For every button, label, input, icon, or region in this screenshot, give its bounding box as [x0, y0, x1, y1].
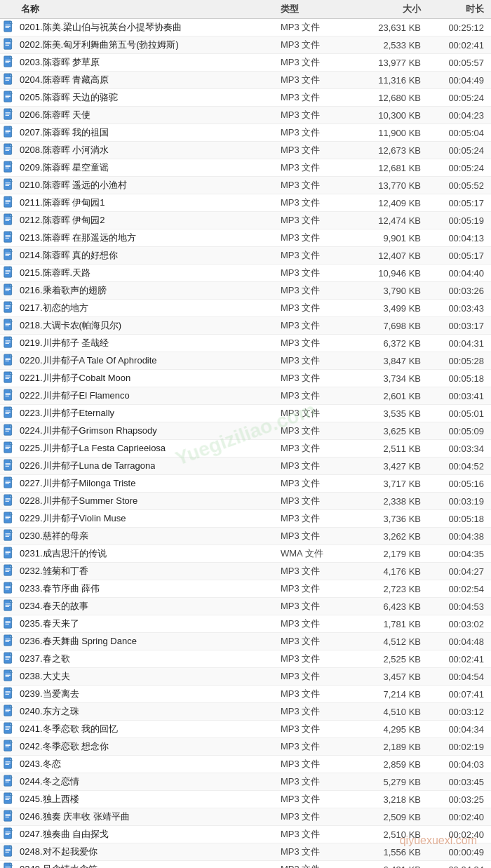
table-row[interactable]: 0206.陈蓉晖 天使 MP3 文件 10,300 KB 00:04:23	[0, 107, 491, 124]
table-row[interactable]: 0229.川井郁子Violin Muse MP3 文件 3,736 KB 00:…	[0, 510, 491, 528]
table-row[interactable]: 0208.陈蓉晖 小河淌水 MP3 文件 12,673 KB 00:05:24	[0, 142, 491, 159]
filename: 0213.陈蓉晖 在那遥远的地方	[20, 232, 136, 244]
table-row[interactable]: 0228.川井郁子Summer Store MP3 文件 2,338 KB 00…	[0, 493, 491, 510]
table-row[interactable]: 0221.川井郁子Cobalt Moon MP3 文件 3,734 KB 00:…	[0, 370, 491, 387]
table-row[interactable]: 0249.风含情水含笑 MP3 文件 6,431 KB 00:04:34	[0, 861, 491, 868]
cell-type: MP3 文件	[281, 389, 351, 402]
cell-type: MP3 文件	[281, 74, 351, 86]
table-row[interactable]: 0240.东方之珠 MP3 文件 4,510 KB 00:03:12	[0, 703, 491, 721]
cell-name: 0224.川井郁子Grimson Rhapsody	[0, 424, 281, 438]
cell-duration: 00:05:18	[428, 373, 491, 384]
cell-name: 0239.当爱离去	[0, 687, 281, 701]
table-row[interactable]: 0201.陈美.梁山伯与祝英台小提琴协奏曲 MP3 文件 23,631 KB 0…	[0, 19, 491, 36]
table-row[interactable]: 0219.川井郁子 圣哉经 MP3 文件 6,372 KB 00:04:31	[0, 335, 491, 352]
file-icon	[3, 319, 17, 333]
table-row[interactable]: 0246.独奏 庆丰收 张靖平曲 MP3 文件 2,509 KB 00:02:4…	[0, 808, 491, 826]
cell-size: 5,279 KB	[351, 777, 428, 787]
cell-duration: 00:02:41	[428, 40, 491, 51]
cell-duration: 00:02:40	[428, 812, 491, 822]
table-row[interactable]: 0205.陈蓉晖 天边的骆驼 MP3 文件 12,680 KB 00:05:24	[0, 89, 491, 107]
table-row[interactable]: 0218.大调卡农(帕海贝尔) MP3 文件 7,698 KB 00:03:17	[0, 317, 491, 335]
table-row[interactable]: 0234.春天的故事 MP3 文件 6,423 KB 00:04:53	[0, 598, 491, 615]
table-row[interactable]: 0247.独奏曲 自由探戈 MP3 文件 2,510 KB 00:02:40	[0, 826, 491, 843]
table-row[interactable]: 0209.陈蓉晖 星空童谣 MP3 文件 12,681 KB 00:05:24	[0, 159, 491, 177]
table-row[interactable]: 0222.川井郁子El Flamenco MP3 文件 2,601 KB 00:…	[0, 387, 491, 405]
filename: 0221.川井郁子Cobalt Moon	[20, 372, 130, 385]
table-row[interactable]: 0239.当爱离去 MP3 文件 7,214 KB 00:07:41	[0, 686, 491, 703]
table-row[interactable]: 0238.大丈夫 MP3 文件 3,457 KB 00:04:54	[0, 668, 491, 686]
file-icon	[3, 161, 17, 175]
cell-size: 4,176 KB	[351, 566, 428, 577]
file-icon	[3, 599, 17, 613]
file-icon	[3, 669, 17, 683]
table-row[interactable]: 0235.春天来了 MP3 文件 1,781 KB 00:03:02	[0, 615, 491, 633]
table-row[interactable]: 0220.川井郁子A Tale Of Aphrodite MP3 文件 3,84…	[0, 352, 491, 370]
table-row[interactable]: 0223.川井郁子Eternally MP3 文件 3,535 KB 00:05…	[0, 405, 491, 422]
table-row[interactable]: 0203.陈蓉晖 梦草原 MP3 文件 13,977 KB 00:05:57	[0, 54, 491, 72]
table-row[interactable]: 0225.川井郁子La Festa Caprieeiosa MP3 文件 2,5…	[0, 440, 491, 458]
cell-size: 11,900 KB	[351, 128, 428, 138]
cell-type: MP3 文件	[281, 846, 351, 858]
filename: 0232.雏菊和丁香	[20, 565, 88, 577]
table-row[interactable]: 0211.陈蓉晖 伊甸园1 MP3 文件 12,409 KB 00:05:17	[0, 194, 491, 212]
file-icon	[3, 389, 17, 403]
cell-type: MP3 文件	[281, 653, 351, 665]
file-icon	[3, 213, 17, 227]
table-row[interactable]: 0204.陈蓉晖 青藏高原 MP3 文件 11,316 KB 00:04:49	[0, 72, 491, 89]
cell-name: 0248.对不起我爱你	[0, 845, 281, 859]
filename: 0230.慈祥的母亲	[20, 530, 88, 542]
file-icon	[3, 336, 17, 350]
cell-name: 0212.陈蓉晖 伊甸园2	[0, 213, 281, 227]
table-row[interactable]: 0243.冬恋 MP3 文件 2,859 KB 00:04:03	[0, 756, 491, 773]
filename: 0202.陈美.匈牙利舞曲第五号(勃拉姆斯)	[20, 39, 179, 51]
cell-type: MP3 文件	[281, 810, 351, 823]
cell-size: 6,431 KB	[351, 864, 428, 869]
table-row[interactable]: 0248.对不起我爱你 MP3 文件 1,556 KB 00:00:49	[0, 843, 491, 861]
table-row[interactable]: 0245.独上西楼 MP3 文件 3,218 KB 00:03:25	[0, 791, 491, 808]
table-row[interactable]: 0236.春天舞曲 Spring Dance MP3 文件 4,512 KB 0…	[0, 633, 491, 650]
cell-name: 0238.大丈夫	[0, 669, 281, 683]
table-row[interactable]: 0214.陈蓉晖 真的好想你 MP3 文件 12,407 KB 00:05:17	[0, 247, 491, 265]
table-row[interactable]: 0237.春之歌 MP3 文件 2,525 KB 00:02:41	[0, 650, 491, 668]
filename: 0205.陈蓉晖 天边的骆驼	[20, 91, 118, 104]
table-row[interactable]: 0210.陈蓉晖 遥远的小渔村 MP3 文件 13,770 KB 00:05:5…	[0, 177, 491, 194]
table-row[interactable]: 0212.陈蓉晖 伊甸园2 MP3 文件 12,474 KB 00:05:19	[0, 212, 491, 229]
table-row[interactable]: 0217.初恋的地方 MP3 文件 3,499 KB 00:03:43	[0, 300, 491, 317]
cell-size: 10,300 KB	[351, 110, 428, 121]
table-row[interactable]: 0233.春节序曲 薛伟 MP3 文件 2,723 KB 00:02:54	[0, 580, 491, 598]
table-row[interactable]: 0207.陈蓉晖 我的祖国 MP3 文件 11,900 KB 00:05:04	[0, 124, 491, 142]
table-row[interactable]: 0215.陈蓉晖.天路 MP3 文件 10,946 KB 00:04:40	[0, 265, 491, 282]
cell-size: 2,189 KB	[351, 742, 428, 752]
table-row[interactable]: 0224.川井郁子Grimson Rhapsody MP3 文件 3,625 K…	[0, 422, 491, 440]
cell-size: 13,977 KB	[351, 58, 428, 68]
table-row[interactable]: 0232.雏菊和丁香 MP3 文件 4,176 KB 00:04:27	[0, 563, 491, 580]
cell-name: 0245.独上西楼	[0, 792, 281, 806]
cell-name: 0243.冬恋	[0, 757, 281, 771]
cell-type: MP3 文件	[281, 302, 351, 314]
cell-type: MP3 文件	[281, 565, 351, 577]
cell-duration: 00:05:17	[428, 251, 491, 261]
header-type: 类型	[281, 3, 351, 15]
table-row[interactable]: 0227.川井郁子Milonga Triste MP3 文件 3,717 KB …	[0, 475, 491, 493]
table-row[interactable]: 0241.冬季恋歌 我的回忆 MP3 文件 4,295 KB 00:04:34	[0, 721, 491, 738]
table-row[interactable]: 0244.冬之恋情 MP3 文件 5,279 KB 00:03:45	[0, 773, 491, 791]
table-row[interactable]: 0202.陈美.匈牙利舞曲第五号(勃拉姆斯) MP3 文件 2,533 KB 0…	[0, 36, 491, 54]
cell-name: 0246.独奏 庆丰收 张靖平曲	[0, 810, 281, 824]
table-row[interactable]: 0226.川井郁子Luna de Tarragona MP3 文件 3,427 …	[0, 458, 491, 475]
file-icon	[3, 634, 17, 648]
cell-duration: 00:04:03	[428, 759, 491, 770]
cell-duration: 00:02:19	[428, 742, 491, 752]
table-row[interactable]: 0216.乘着歌声的翅膀 MP3 文件 3,790 KB 00:03:26	[0, 282, 491, 300]
cell-type: MP3 文件	[281, 354, 351, 367]
cell-name: 0242.冬季恋歌 想念你	[0, 740, 281, 754]
cell-size: 3,790 KB	[351, 286, 428, 296]
filename: 0217.初恋的地方	[20, 302, 88, 314]
table-row[interactable]: 0230.慈祥的母亲 MP3 文件 3,262 KB 00:04:38	[0, 528, 491, 545]
filename: 0212.陈蓉晖 伊甸园2	[20, 214, 105, 227]
table-row[interactable]: 0242.冬季恋歌 想念你 MP3 文件 2,189 KB 00:02:19	[0, 738, 491, 756]
table-row[interactable]: 0213.陈蓉晖 在那遥远的地方 MP3 文件 9,901 KB 00:04:1…	[0, 229, 491, 247]
cell-name: 0218.大调卡农(帕海贝尔)	[0, 319, 281, 333]
table-row[interactable]: 0231.成吉思汗的传说 WMA 文件 2,179 KB 00:04:35	[0, 545, 491, 563]
file-icon	[3, 406, 17, 420]
file-icon	[3, 529, 17, 543]
